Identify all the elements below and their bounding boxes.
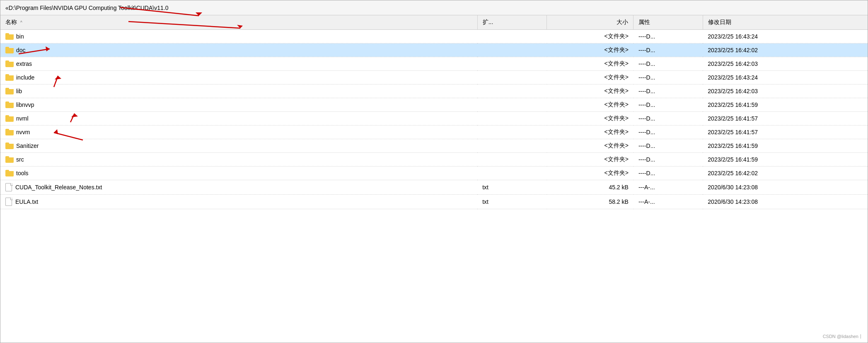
file-ext-cell: txt [477, 180, 546, 195]
file-ext-cell [477, 139, 546, 153]
table-header-row: 名称 ^ 扩... 大小 属性 修改日期 [0, 15, 868, 30]
file-name-cell: doc [0, 43, 477, 57]
file-ext-cell [477, 43, 546, 57]
table-row[interactable]: include<文件夹>----D...2023/2/25 16:43:24 [0, 71, 868, 85]
file-name-cell: nvvm [0, 126, 477, 139]
file-ext-cell [477, 126, 546, 139]
col-header-name[interactable]: 名称 ^ [0, 15, 477, 30]
file-date-cell: 2020/6/30 14:23:08 [703, 180, 868, 195]
folder-icon [5, 47, 14, 53]
folder-icon [5, 33, 14, 40]
file-icon [5, 198, 13, 206]
file-name-cell: nvml [0, 112, 477, 126]
file-name-cell: bin [0, 30, 477, 43]
file-name-label: EULA.txt [15, 198, 38, 205]
file-ext-cell [477, 71, 546, 85]
file-attr-cell: ---A-... [633, 180, 703, 195]
file-explorer: «D:\Program Files\NVIDIA GPU Computing T… [0, 0, 868, 343]
file-name-cell: CUDA_Toolkit_Release_Notes.txt [0, 180, 477, 195]
file-ext-cell [477, 85, 546, 98]
file-date-cell: 2023/2/25 16:41:59 [703, 98, 868, 112]
table-row[interactable]: tools<文件夹>----D...2023/2/25 16:42:02 [0, 167, 868, 180]
file-size-cell: <文件夹> [547, 43, 633, 57]
file-attr-cell: ----D... [633, 30, 703, 43]
folder-icon [5, 170, 14, 176]
table-row[interactable]: doc<文件夹>----D...2023/2/25 16:42:02 [0, 43, 868, 57]
file-name-label: libnvvp [16, 101, 34, 108]
file-name-cell: libnvvp [0, 98, 477, 112]
file-name-cell: EULA.txt [0, 195, 477, 209]
file-size-cell: <文件夹> [547, 153, 633, 167]
file-size-cell: <文件夹> [547, 126, 633, 139]
file-size-cell: <文件夹> [547, 139, 633, 153]
file-size-cell: <文件夹> [547, 98, 633, 112]
table-row[interactable]: CUDA_Toolkit_Release_Notes.txttxt45.2 kB… [0, 180, 868, 195]
table-row[interactable]: lib<文件夹>----D...2023/2/25 16:42:03 [0, 85, 868, 98]
file-name-label: tools [16, 170, 29, 176]
table-container: 名称 ^ 扩... 大小 属性 修改日期 [0, 15, 868, 343]
file-attr-cell: ----D... [633, 112, 703, 126]
file-size-cell: <文件夹> [547, 167, 633, 180]
file-attr-cell: ----D... [633, 71, 703, 85]
file-size-cell: <文件夹> [547, 71, 633, 85]
table-row[interactable]: EULA.txttxt58.2 kB---A-...2020/6/30 14:2… [0, 195, 868, 209]
file-date-cell: 2020/6/30 14:23:08 [703, 195, 868, 209]
file-name-label: nvml [16, 115, 29, 122]
folder-icon [5, 143, 14, 149]
file-attr-cell: ----D... [633, 153, 703, 167]
file-ext-cell [477, 30, 546, 43]
col-header-size[interactable]: 大小 [547, 15, 633, 30]
file-ext-cell [477, 57, 546, 71]
file-table: 名称 ^ 扩... 大小 属性 修改日期 [0, 15, 868, 209]
file-ext-cell [477, 167, 546, 180]
file-size-cell: 58.2 kB [547, 195, 633, 209]
file-attr-cell: ----D... [633, 85, 703, 98]
file-ext-cell [477, 112, 546, 126]
file-date-cell: 2023/2/25 16:42:03 [703, 57, 868, 71]
file-date-cell: 2023/2/25 16:42:02 [703, 43, 868, 57]
file-name-label: doc [16, 47, 26, 53]
folder-icon [5, 101, 14, 108]
file-name-label: src [16, 156, 24, 163]
file-name-label: nvvm [16, 129, 30, 135]
file-ext-cell: txt [477, 195, 546, 209]
table-row[interactable]: nvvm<文件夹>----D...2023/2/25 16:41:57 [0, 126, 868, 139]
file-date-cell: 2023/2/25 16:41:57 [703, 112, 868, 126]
file-attr-cell: ---A-... [633, 195, 703, 209]
file-name-label: include [16, 74, 34, 81]
table-row[interactable]: src<文件夹>----D...2023/2/25 16:41:59 [0, 153, 868, 167]
watermark: CSDN @lidashen丨 [823, 333, 863, 340]
table-row[interactable]: libnvvp<文件夹>----D...2023/2/25 16:41:59 [0, 98, 868, 112]
file-date-cell: 2023/2/25 16:41:59 [703, 139, 868, 153]
folder-icon [5, 88, 14, 94]
table-row[interactable]: nvml<文件夹>----D...2023/2/25 16:41:57 [0, 112, 868, 126]
file-attr-cell: ----D... [633, 126, 703, 139]
file-list: bin<文件夹>----D...2023/2/25 16:43:24doc<文件… [0, 30, 868, 209]
col-header-attr[interactable]: 属性 [633, 15, 703, 30]
col-header-ext[interactable]: 扩... [477, 15, 546, 30]
file-date-cell: 2023/2/25 16:43:24 [703, 71, 868, 85]
table-row[interactable]: Sanitizer<文件夹>----D...2023/2/25 16:41:59 [0, 139, 868, 153]
file-date-cell: 2023/2/25 16:41:59 [703, 153, 868, 167]
file-name-cell: tools [0, 167, 477, 180]
file-date-cell: 2023/2/25 16:42:02 [703, 167, 868, 180]
file-name-label: CUDA_Toolkit_Release_Notes.txt [15, 184, 102, 191]
file-ext-cell [477, 153, 546, 167]
file-date-cell: 2023/2/25 16:41:57 [703, 126, 868, 139]
file-size-cell: <文件夹> [547, 30, 633, 43]
table-row[interactable]: extras<文件夹>----D...2023/2/25 16:42:03 [0, 57, 868, 71]
file-name-label: bin [16, 33, 24, 40]
folder-icon [5, 74, 14, 81]
file-name-cell: include [0, 71, 477, 85]
file-name-label: extras [16, 60, 32, 67]
file-date-cell: 2023/2/25 16:42:03 [703, 85, 868, 98]
folder-icon [5, 156, 14, 163]
file-size-cell: <文件夹> [547, 112, 633, 126]
file-size-cell: 45.2 kB [547, 180, 633, 195]
file-attr-cell: ----D... [633, 139, 703, 153]
file-icon [5, 183, 13, 191]
table-row[interactable]: bin<文件夹>----D...2023/2/25 16:43:24 [0, 30, 868, 43]
address-bar: «D:\Program Files\NVIDIA GPU Computing T… [0, 0, 868, 15]
file-name-label: lib [16, 88, 22, 94]
col-header-date[interactable]: 修改日期 [703, 15, 868, 30]
